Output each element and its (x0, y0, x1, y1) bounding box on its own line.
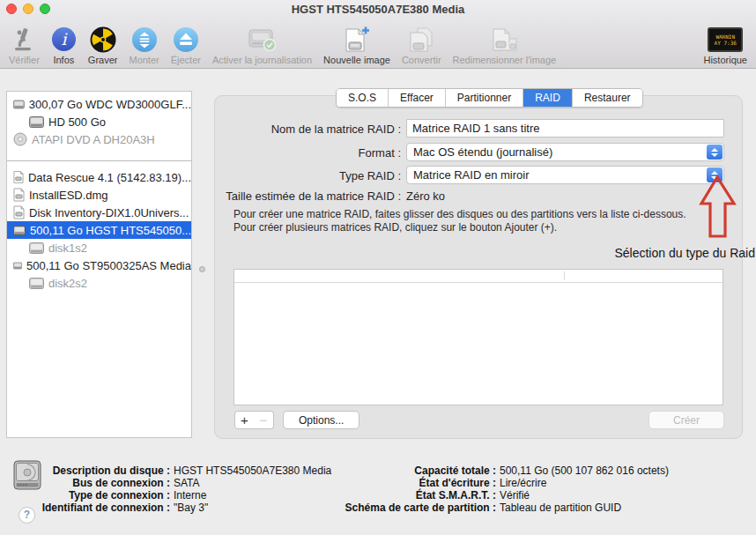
raid-name-label: Nom de la matrice RAID : (214, 123, 401, 136)
raid-slice-list[interactable] (233, 269, 723, 405)
sidebar-item-label: Data Rescue 4.1 (5142.83.19)... (28, 171, 191, 184)
new-image-button[interactable]: Nouvelle image (323, 25, 390, 65)
document-plus-icon (343, 25, 371, 54)
sidebar-item-disk[interactable]: 300,07 Go WDC WD3000GLF... (7, 95, 191, 113)
toolbar-item-label: Nouvelle image (323, 55, 390, 65)
mount-button[interactable]: Monter (129, 25, 159, 65)
info-label: Identifiant de connexion : (0, 502, 174, 514)
tab-restore[interactable]: Restaurer (573, 89, 642, 107)
sidebar-separator (7, 160, 191, 161)
radiation-icon (90, 25, 116, 54)
info-row: Description du disque : HGST HTS545050A7… (0, 464, 331, 477)
info-label: Description du disque : (0, 464, 174, 477)
sidebar-item-disk-selected[interactable]: 500,11 Go HGST HTS545050... (7, 221, 191, 239)
add-button[interactable]: + (234, 411, 255, 429)
raid-slice-list-header (234, 270, 723, 283)
enable-journaling-button[interactable]: Activer la journalisation (212, 25, 312, 65)
info-value: 500,11 Go (500 107 862 016 octets) (500, 464, 669, 477)
sidebar-item-volume[interactable]: disk2s2 (7, 274, 191, 292)
info-label: État S.M.A.R.T. : (317, 489, 500, 502)
stepper-arrows-icon (707, 145, 723, 160)
hard-disk-icon (29, 116, 44, 128)
sidebar-item-disk-image[interactable]: InstallESD.dmg (7, 186, 191, 204)
drive-check-icon (248, 25, 278, 54)
info-row: Schéma de carte de partition : Tableau d… (317, 502, 621, 514)
tab-raid[interactable]: RAID (523, 89, 573, 107)
annotation-arrow-icon (699, 175, 737, 239)
annotation-dot (199, 266, 205, 272)
raid-instructions: Pour créer une matrice RAID, faites glis… (233, 208, 686, 234)
disk-image-icon (13, 170, 24, 184)
log-button[interactable]: WARNIN AY 7:36 Historique (703, 25, 747, 65)
instruction-line: Pour créer plusieurs matrices RAID, cliq… (233, 221, 686, 234)
sidebar-item-disk-image[interactable]: Disk Inventory-DIX1.0Univers... (7, 204, 191, 221)
titlebar: HGST HTS545050A7E380 Media Vérifier (0, 0, 756, 69)
sidebar-item-volume[interactable]: HD 500 Go (7, 113, 191, 130)
sidebar-item-disk-image[interactable]: Data Rescue 4.1 (5142.83.19)... (7, 168, 191, 186)
disk-image-icon (13, 205, 25, 219)
hard-disk-icon (29, 278, 44, 289)
info-row: Bus de connexion : SATA (0, 477, 200, 489)
device-list: 300,07 Go WDC WD3000GLF... HD 500 Go ATA… (6, 91, 192, 438)
info-value: "Bay 3" (174, 502, 208, 514)
options-button[interactable]: Options... (283, 411, 359, 429)
info-label: Bus de connexion : (0, 477, 174, 489)
create-button[interactable]: Créer (649, 411, 724, 429)
raid-type-label: Type RAID : (214, 169, 401, 182)
tab-sos[interactable]: S.O.S (337, 89, 389, 107)
burn-button[interactable]: Graver (88, 25, 118, 65)
hard-disk-icon (13, 99, 25, 110)
info-row: Capacité totale : 500,11 Go (500 107 862… (317, 464, 669, 477)
raid-type-select[interactable]: Matrice RAID en miroir (406, 166, 724, 184)
sidebar-item-disk[interactable]: 500,11 Go ST9500325AS Media (7, 256, 191, 274)
format-select[interactable]: Mac OS étendu (journalisé) (406, 143, 724, 161)
sidebar-item-label: ATAPI DVD A DH20A3H (32, 133, 155, 146)
window-title: HGST HTS545050A7E380 Media (0, 3, 756, 16)
info-value: SATA (174, 477, 200, 489)
sidebar-item-label: HD 500 Go (48, 115, 106, 129)
verify-button[interactable]: Vérifier (9, 25, 40, 65)
toolbar-item-label: Activer la journalisation (212, 55, 312, 65)
disk-utility-window: HGST HTS545050A7E380 Media Vérifier (0, 0, 756, 535)
resize-image-button[interactable]: Redimensionner l'image (453, 25, 557, 65)
toolbar-item-label: Convertir (402, 55, 441, 65)
tab-erase[interactable]: Effacer (389, 89, 446, 107)
remove-button[interactable]: − (254, 411, 274, 429)
tab-partition[interactable]: Partitionner (446, 89, 523, 107)
raid-name-input[interactable] (406, 119, 724, 137)
info-label: Schéma de carte de partition : (317, 502, 500, 514)
toolbar-item-label: Monter (129, 55, 159, 65)
info-row: État S.M.A.R.T. : Vérifié (317, 489, 530, 502)
toolbar-item-label: Redimensionner l'image (453, 55, 557, 65)
optical-disc-icon (13, 132, 27, 146)
info-label: Type de connexion : (0, 489, 174, 502)
toolbar-item-label: Historique (703, 55, 747, 65)
sidebar-item-label: Disk Inventory-DIX1.0Univers... (29, 206, 189, 219)
sidebar-item-volume[interactable]: disk1s2 (7, 239, 191, 256)
info-row: Type de connexion : Interne (0, 489, 206, 502)
info-value: HGST HTS545050A7E380 Media (174, 464, 331, 477)
toolbar-item-label: Infos (53, 55, 74, 65)
info-value: Tableau de partition GUID (500, 502, 621, 514)
column-divider (564, 271, 565, 280)
info-icon: i (51, 25, 77, 54)
toolbar-item-label: Graver (88, 55, 118, 65)
eject-button[interactable]: Éjecter (171, 25, 201, 65)
sidebar-item-label: disk1s2 (48, 241, 87, 255)
info-button[interactable]: i Infos (51, 25, 77, 65)
format-selected-value: Mac OS étendu (journalisé) (413, 145, 552, 159)
sidebar-item-label: disk2s2 (48, 277, 87, 290)
mount-icon (131, 25, 158, 54)
sidebar-item-label: InstallESD.dmg (29, 189, 108, 202)
annotation-text: Sélection du type du Raid (608, 246, 755, 260)
documents-icon (407, 25, 435, 54)
info-row: État d'écriture : Lire/écrire (317, 477, 546, 489)
hard-disk-icon (13, 260, 22, 271)
sidebar-item-optical-drive[interactable]: ATAPI DVD A DH20A3H (7, 130, 191, 148)
toolbar: Vérifier i Infos (9, 19, 747, 65)
sidebar-item-label: 500,11 Go ST9500325AS Media (26, 259, 191, 272)
info-label: État d'écriture : (317, 477, 500, 489)
convert-button[interactable]: Convertir (402, 25, 441, 65)
estimated-size-label: Taille estimée de la matrice RAID : (214, 189, 401, 203)
estimated-size-value: Zéro ko (406, 189, 445, 203)
